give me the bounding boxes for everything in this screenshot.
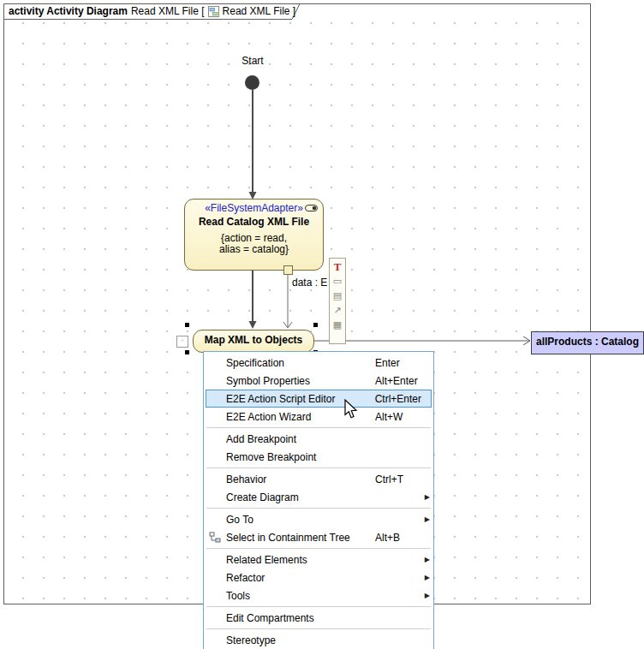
menu-item-label: Stereotype xyxy=(226,634,375,646)
menu-item-label: Create Diagram xyxy=(226,491,375,503)
object-node-allproducts-catalog[interactable]: allProducts : Catalog xyxy=(531,331,644,354)
stereotype-label: «FileSystemAdapter» xyxy=(185,203,323,214)
activity-diagram-icon xyxy=(208,6,219,17)
start-node-label: Start xyxy=(229,55,277,67)
submenu-arrow-icon: ▶ xyxy=(421,515,430,523)
shape-tool-icon[interactable]: ▭ xyxy=(331,275,343,288)
tagged-value-line2: alias = catalog} xyxy=(185,244,323,255)
menu-item-remove-breakpoint[interactable]: Remove Breakpoint xyxy=(204,448,433,466)
context-menu: Specification Enter Symbol Properties Al… xyxy=(203,351,434,649)
menu-item-shortcut: Enter xyxy=(375,357,421,369)
menu-item-tools[interactable]: Tools ▶ xyxy=(204,586,433,604)
menu-item-refactor[interactable]: Refactor ▶ xyxy=(204,569,433,586)
menu-item-label: Select in Containment Tree xyxy=(226,532,375,544)
menu-item-label: Behavior xyxy=(226,473,375,485)
diagram-frame-title: activity Activity Diagram Read XML File … xyxy=(9,5,295,17)
menu-item-specification[interactable]: Specification Enter xyxy=(204,354,433,372)
menu-item-e2e-action-wizard[interactable]: E2E Action Wizard Alt+W xyxy=(204,408,433,426)
link-tool-icon[interactable]: ↗ xyxy=(331,304,343,317)
smart-manipulator-side-button[interactable]: ◦ xyxy=(176,336,188,348)
submenu-arrow-icon: ▶ xyxy=(421,556,430,563)
submenu-arrow-icon: ▶ xyxy=(421,592,430,599)
action-map-xml-to-objects[interactable]: Map XML to Objects xyxy=(193,330,314,353)
submenu-arrow-icon: ▶ xyxy=(421,574,430,581)
frame-title-name: Read XML File [ xyxy=(131,5,205,17)
action-read-catalog-xml-file[interactable]: «FileSystemAdapter» Read Catalog XML Fil… xyxy=(184,199,324,271)
output-pin-label: data : E xyxy=(292,277,327,289)
initial-node[interactable] xyxy=(245,75,259,90)
menu-item-shortcut: Alt+B xyxy=(375,532,421,544)
containment-tree-icon xyxy=(209,532,221,544)
menu-item-label: Add Breakpoint xyxy=(226,433,375,445)
adapter-icon xyxy=(305,204,319,212)
menu-item-label: Specification xyxy=(226,357,375,369)
submenu-arrow-icon: ▶ xyxy=(421,493,430,501)
menu-item-shortcut: Alt+Enter xyxy=(375,375,421,387)
menu-item-label: Go To xyxy=(226,514,375,526)
menu-item-label: Related Elements xyxy=(226,554,375,566)
selection-handle[interactable] xyxy=(185,350,189,354)
menu-item-label: Tools xyxy=(226,590,375,602)
menu-item-shortcut: Alt+W xyxy=(375,411,421,423)
frame-title-bracket-name: Read XML File ] xyxy=(223,5,296,17)
menu-item-shortcut: Ctrl+Enter xyxy=(375,393,421,405)
menu-item-label: Remove Breakpoint xyxy=(226,451,375,463)
menu-item-symbol-properties[interactable]: Symbol Properties Alt+Enter xyxy=(204,372,433,390)
mouse-cursor xyxy=(344,399,360,421)
menu-item-go-to[interactable]: Go To ▶ xyxy=(204,510,433,528)
menu-item-behavior[interactable]: Behavior Ctrl+T xyxy=(204,470,433,488)
selection-handle[interactable] xyxy=(313,323,318,327)
menu-item-edit-compartments[interactable]: Edit Compartments xyxy=(204,609,433,627)
menu-item-related-elements[interactable]: Related Elements ▶ xyxy=(204,551,433,569)
menu-item-label: Refactor xyxy=(226,572,375,584)
menu-item-stereotype[interactable]: Stereotype xyxy=(204,631,433,649)
menu-item-add-breakpoint[interactable]: Add Breakpoint xyxy=(204,430,433,448)
selection-handle[interactable] xyxy=(185,323,189,327)
menu-item-select-in-containment-tree[interactable]: Select in Containment Tree Alt+B xyxy=(204,528,433,546)
menu-item-shortcut: Ctrl+T xyxy=(375,473,421,485)
menu-item-label: Edit Compartments xyxy=(226,612,375,624)
menu-item-label: Symbol Properties xyxy=(226,375,375,387)
menu-icon-slot xyxy=(204,532,226,544)
action-name-label: Read Catalog XML File xyxy=(185,216,323,228)
diagram-editor-canvas: activity Activity Diagram Read XML File … xyxy=(0,0,644,649)
smart-manipulator-toolbar: T ▭ ▤ ↗ ▦ xyxy=(329,258,346,344)
output-pin[interactable] xyxy=(283,265,293,275)
menu-item-e2e-action-script-editor[interactable]: E2E Action Script Editor Ctrl+Enter xyxy=(204,390,433,408)
table-tool-icon[interactable]: ▦ xyxy=(331,319,343,331)
frame-title-keyword: activity Activity Diagram xyxy=(9,5,128,17)
compartment-tool-icon[interactable]: ▤ xyxy=(331,289,343,302)
text-tool-icon[interactable]: T xyxy=(331,260,343,273)
menu-item-create-diagram[interactable]: Create Diagram ▶ xyxy=(204,488,433,506)
